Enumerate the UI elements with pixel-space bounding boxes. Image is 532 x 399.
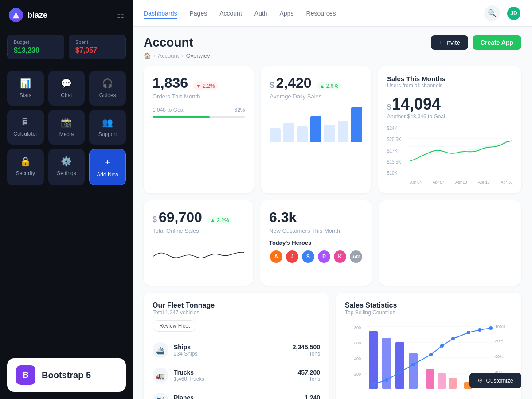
- daily-sales-prefix: $: [270, 81, 274, 90]
- spent-value: $7,057: [75, 47, 119, 55]
- stats-icon: 📊: [20, 78, 31, 89]
- breadcrumb: 🏠 › Account › Overwiev: [144, 52, 210, 59]
- breadcrumb-account[interactable]: Account: [158, 52, 179, 59]
- sales-chart-container: $24K $20.5K $17K $13.5K $10K: [387, 124, 512, 184]
- hero-avatar-more: +42: [349, 250, 363, 264]
- ships-amount: 2,345,500: [293, 344, 320, 351]
- nav-label-settings: Settings: [57, 170, 76, 176]
- orders-card: 1,836 ▼ 2.2% Orders This Month 1,048 to …: [144, 66, 254, 193]
- sales-goal-text: Another $48,346 to Goal: [387, 113, 512, 120]
- y-label-3: $17K: [387, 149, 401, 153]
- orders-badge: ▼ 2.2%: [193, 82, 218, 90]
- svg-text:200: 200: [354, 372, 361, 376]
- settings-icon: ⚙️: [61, 156, 72, 167]
- nav-item-stats[interactable]: 📊 Stats: [7, 71, 44, 106]
- svg-point-23: [385, 378, 388, 382]
- logo-icon: [9, 8, 23, 22]
- fleet-card: Our Fleet Tonnage Total 1,247 vehicles R…: [144, 293, 329, 399]
- svg-text:100%: 100%: [495, 325, 505, 329]
- nav-item-guides[interactable]: 🎧 Guides: [89, 71, 126, 106]
- guides-icon: 🎧: [102, 78, 113, 89]
- empty-right-card: [379, 200, 521, 286]
- nav-item-chat[interactable]: 💬 Chat: [48, 71, 85, 106]
- nav-link-pages[interactable]: Pages: [190, 8, 207, 19]
- svg-point-24: [398, 371, 402, 374]
- new-customers-value: 6.3k: [269, 209, 297, 225]
- daily-sales-badge: ▲ 2.6%: [317, 82, 341, 90]
- logo: blaze: [9, 8, 47, 22]
- nav-label-media: Media: [59, 131, 74, 137]
- nav-item-settings[interactable]: ⚙️ Settings: [48, 149, 85, 185]
- nav-label-guides: Guides: [99, 92, 116, 98]
- fleet-info-planes: Planes 8 Aircrafts: [174, 394, 299, 399]
- bootstrap-b: B: [23, 371, 29, 380]
- x-label-3: Apr 10: [455, 180, 467, 184]
- nav-link-dashboards[interactable]: Dashboards: [144, 8, 177, 19]
- nav-link-resources[interactable]: Resources: [306, 8, 336, 19]
- x-label-5: Apr 16: [501, 180, 512, 184]
- user-avatar[interactable]: JD: [506, 6, 521, 21]
- trucks-icon: 🚛: [153, 368, 168, 383]
- sidebar-bottom: B Bootstrap 5: [0, 351, 133, 399]
- nav-item-security[interactable]: 🔒 Security: [7, 149, 44, 185]
- nav-item-media[interactable]: 📸 Media: [48, 110, 85, 145]
- hero-avatar-4: P: [317, 250, 331, 264]
- online-sales-label: Total Online Sales: [153, 227, 244, 234]
- daily-sales-label: Average Daily Sales: [270, 93, 362, 100]
- planes-amount: 1,240: [305, 394, 320, 399]
- page-title: Account: [144, 35, 210, 50]
- heroes-avatars: A J S P K +42: [269, 250, 363, 264]
- new-customers-card: 6.3k New Customers This Month Today's He…: [260, 200, 372, 286]
- wave-chart: [153, 241, 244, 277]
- svg-rect-14: [369, 331, 378, 389]
- bar-5: [324, 125, 335, 142]
- sales-month-sub: Users from all channels: [387, 82, 512, 89]
- main: Dashboards Pages Account Auth Apps Resou…: [133, 0, 532, 399]
- calculator-icon: 🖩: [21, 117, 30, 127]
- planes-name: Planes: [174, 394, 299, 399]
- invite-button[interactable]: + Invite: [431, 35, 468, 50]
- trucks-amount: 457,200: [297, 369, 320, 376]
- ships-count: 234 Ships: [174, 351, 287, 357]
- svg-rect-16: [395, 342, 404, 389]
- hero-avatar-5: K: [333, 250, 347, 264]
- svg-point-25: [411, 363, 415, 366]
- create-app-button[interactable]: Create App: [473, 35, 521, 50]
- bootstrap-text: Bootstrap 5: [42, 370, 91, 380]
- search-button[interactable]: 🔍: [484, 5, 500, 21]
- sales-month-title: Sales This Months: [387, 75, 512, 82]
- fleet-info-trucks: Trucks 1,460 Trucks: [174, 369, 292, 382]
- svg-rect-20: [449, 378, 457, 389]
- trucks-count: 1,460 Trucks: [174, 376, 292, 382]
- sales-prefix: $: [387, 103, 391, 111]
- nav-link-account[interactable]: Account: [219, 8, 242, 19]
- nav-item-support[interactable]: 👥 Support: [89, 110, 126, 145]
- nav-link-apps[interactable]: Apps: [280, 8, 294, 19]
- online-prefix: $: [153, 215, 157, 224]
- svg-text:600: 600: [354, 341, 361, 345]
- top-nav-links: Dashboards Pages Account Auth Apps Resou…: [144, 8, 336, 19]
- content-area: Account 🏠 › Account › Overwiev + Invite …: [133, 27, 532, 399]
- goal-bar-fill: [153, 116, 210, 118]
- fleet-item-ships: 🚢 Ships 234 Ships 2,345,500 Tons: [153, 338, 320, 363]
- chart-layout: $24K $20.5K $17K $13.5K $10K: [387, 124, 512, 184]
- goal-bar-label: 1,048 to Goal 62%: [153, 107, 245, 113]
- svg-rect-17: [409, 353, 418, 389]
- nav-link-auth[interactable]: Auth: [254, 8, 267, 19]
- breadcrumb-sep1: ›: [153, 52, 155, 59]
- nav-label-support: Support: [98, 131, 117, 137]
- review-fleet-button[interactable]: Review Fleet: [153, 320, 196, 332]
- online-sales-value: 69,700: [159, 209, 202, 226]
- nav-item-add-new[interactable]: + Add New: [89, 149, 126, 185]
- svg-text:80%: 80%: [495, 339, 503, 343]
- top-nav-right: 🔍 JD: [484, 5, 521, 21]
- customize-button[interactable]: ⚙ Customize: [469, 373, 521, 388]
- planes-icon: ✈️: [153, 393, 168, 399]
- menu-icon[interactable]: ⚏: [117, 10, 124, 20]
- nav-label-add-new: Add New: [97, 172, 118, 178]
- nav-item-calculator[interactable]: 🖩 Calculator: [7, 110, 44, 145]
- nav-label-calculator: Calculator: [13, 131, 37, 137]
- svg-point-29: [467, 331, 470, 334]
- svg-rect-18: [426, 369, 434, 389]
- svg-marker-0: [13, 12, 19, 18]
